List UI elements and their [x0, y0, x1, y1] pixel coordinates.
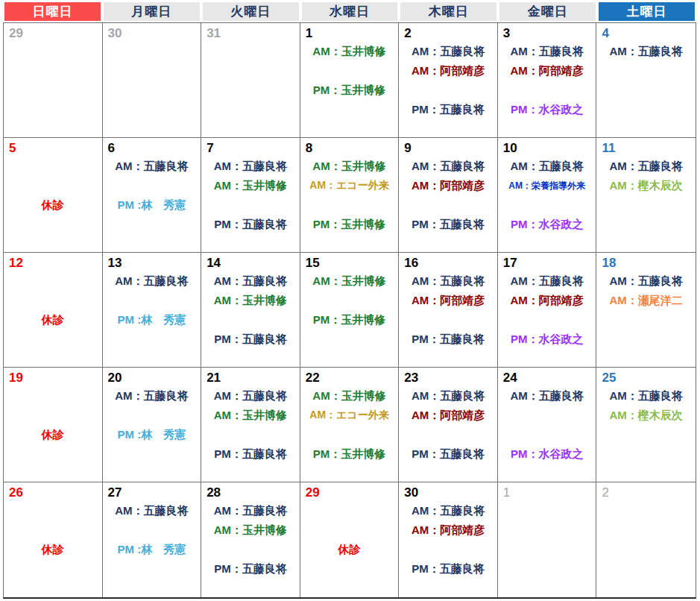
blank-line	[300, 501, 399, 520]
blank-line	[4, 61, 102, 81]
day-cell-21: 21AM：五藤良将AM：玉井博修PM：五藤良将	[201, 368, 300, 482]
schedule-entry: AM：五藤良将	[596, 157, 696, 176]
day-cell-30: 30AM：五藤良将AM：阿部靖彦PM：五藤良将	[399, 482, 498, 597]
blank-line	[4, 520, 102, 540]
blank-line	[103, 61, 201, 81]
schedule-entry: PM：五藤良将	[201, 559, 300, 579]
closed-notice: 休診	[4, 310, 102, 330]
day-cell-4: 4AM：五藤良将	[596, 23, 696, 138]
schedule-entry: AM：五藤良将	[201, 271, 300, 291]
schedule-entry: AM：阿部靖彦	[399, 291, 497, 310]
blank-line	[300, 520, 399, 540]
schedule-entry: AM：五藤良将	[103, 386, 201, 406]
day-number: 7	[201, 139, 300, 157]
schedule-entry: PM：玉井博修	[300, 215, 399, 234]
blank-line	[4, 42, 102, 61]
blank-line	[596, 61, 696, 81]
blank-line	[596, 195, 696, 215]
blank-line	[596, 520, 696, 540]
blank-line	[596, 310, 696, 330]
blank-line	[300, 330, 399, 349]
blank-line	[103, 444, 201, 464]
day-cell-28: 28AM：五藤良将AM：玉井博修PM：五藤良将	[201, 482, 300, 597]
schedule-entry: AM：玉井博修	[201, 291, 300, 310]
blank-line	[596, 330, 696, 349]
day-cell-2: 2AM：五藤良将AM：阿部靖彦PM：五藤良将	[399, 23, 498, 138]
schedule-entry: AM：玉井博修	[300, 386, 399, 406]
blank-line	[399, 425, 497, 444]
day-number: 18	[596, 254, 696, 271]
blank-line	[300, 100, 399, 119]
blank-line	[201, 310, 300, 330]
closed-notice: 休診	[4, 540, 102, 559]
blank-line	[498, 310, 596, 330]
blank-line	[4, 176, 102, 195]
blank-line	[4, 330, 102, 349]
day-number: 2	[596, 484, 696, 501]
blank-line	[399, 540, 497, 559]
schedule-entry: AM：五藤良将	[399, 386, 497, 406]
day-cell-10: 10AM：五藤良将AM：栄養指導外来PM：水谷政之	[498, 138, 597, 253]
blank-line	[103, 42, 201, 61]
blank-line	[103, 559, 201, 579]
day-cell-18: 18AM：五藤良将AM：瀬尾洋二	[596, 253, 696, 368]
schedule-entry: AM：阿部靖彦	[498, 291, 596, 310]
day-cell-1-next: 1	[498, 482, 597, 597]
weekday-header-thursday: 木曜日	[400, 2, 496, 21]
blank-line	[498, 406, 596, 425]
blank-line	[201, 61, 300, 81]
schedule-entry: AM：阿部靖彦	[399, 406, 497, 425]
day-number: 23	[399, 369, 497, 386]
day-cell-29-prev: 29	[4, 23, 103, 138]
day-cell-29: 29休診	[300, 482, 400, 597]
day-cell-7: 7AM：五藤良将AM：玉井博修PM：五藤良将	[201, 138, 300, 253]
blank-line	[201, 195, 300, 215]
schedule-entry: AM：玉井博修	[300, 42, 399, 61]
day-cell-16: 16AM：五藤良将AM：阿部靖彦PM：五藤良将	[399, 253, 498, 368]
schedule-entry: PM：五藤良将	[399, 215, 497, 234]
schedule-entry: AM：五藤良将	[498, 42, 596, 61]
blank-line	[103, 520, 201, 540]
schedule-entry: PM：五藤良将	[399, 559, 497, 579]
weekday-header-monday: 月曜日	[104, 2, 200, 21]
schedule-entry: AM：五藤良将	[596, 386, 696, 406]
blank-line	[300, 425, 399, 444]
day-number: 11	[596, 139, 696, 157]
weekday-header-row: 日曜日月曜日火曜日水曜日木曜日金曜日土曜日	[3, 2, 696, 21]
day-cell-24: 24AM：五藤良将PM：水谷政之	[498, 368, 597, 482]
day-number: 15	[300, 254, 399, 271]
day-cell-1: 1AM：玉井博修PM：玉井博修	[300, 23, 400, 138]
day-number: 22	[300, 369, 399, 386]
schedule-entry: AM：五藤良将	[399, 501, 497, 520]
day-cell-25: 25AM：五藤良将AM：樫木辰次	[596, 368, 696, 482]
day-cell-19: 19休診	[4, 368, 103, 482]
day-cell-27: 27AM：五藤良将PM :林 秀憲	[103, 482, 202, 597]
blank-line	[4, 406, 102, 425]
day-number: 10	[498, 139, 596, 157]
day-number: 3	[498, 25, 596, 42]
blank-line	[596, 81, 696, 100]
schedule-entry: PM：玉井博修	[300, 81, 399, 100]
day-cell-11: 11AM：五藤良将AM：樫木辰次	[596, 138, 696, 253]
day-number: 4	[596, 25, 696, 42]
day-cell-17: 17AM：五藤良将AM：阿部靖彦PM：水谷政之	[498, 253, 597, 368]
day-cell-20: 20AM：五藤良将PM :林 秀憲	[103, 368, 202, 482]
day-number: 29	[4, 25, 102, 42]
day-number: 24	[498, 369, 596, 386]
blank-line	[596, 540, 696, 559]
schedule-entry: PM：五藤良将	[399, 330, 497, 349]
blank-line	[300, 61, 399, 81]
schedule-entry: PM：五藤良将	[201, 444, 300, 464]
day-number: 1	[300, 25, 399, 42]
day-cell-31-prev: 31	[201, 23, 300, 138]
schedule-entry: AM：玉井博修	[201, 406, 300, 425]
blank-line	[103, 330, 201, 349]
blank-line	[4, 157, 102, 176]
schedule-entry: PM：五藤良将	[201, 215, 300, 234]
day-number: 28	[201, 484, 300, 501]
schedule-entry: PM：水谷政之	[498, 444, 596, 464]
schedule-entry: AM：玉井博修	[201, 520, 300, 540]
day-number: 12	[4, 254, 102, 271]
blank-line	[498, 81, 596, 100]
day-number: 31	[201, 25, 300, 42]
